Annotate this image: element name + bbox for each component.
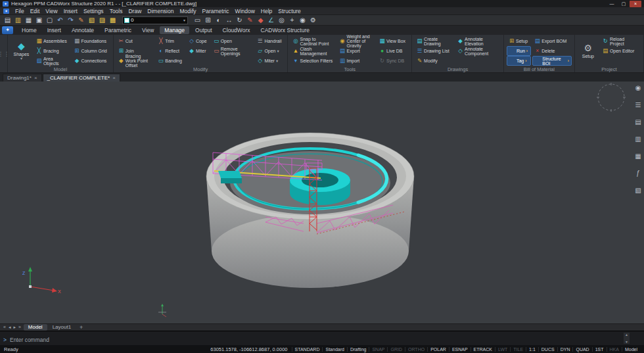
ribbon-grip-icon[interactable]: ⋮⋮ <box>0 35 8 72</box>
qat-icon[interactable]: ▤ <box>3 16 12 25</box>
ribbon-app-button[interactable]: ✦ <box>2 26 13 34</box>
qat-icon[interactable]: ↷ <box>66 16 75 25</box>
menu-item[interactable]: Draw <box>128 8 141 14</box>
scroll-up-icon[interactable]: ▲ <box>625 333 628 337</box>
ribbon-tab[interactable]: CloudWorx <box>218 26 255 34</box>
ribbon-button[interactable]: ◉ Weight and Center of Gravity <box>337 36 376 46</box>
layout-tab[interactable]: Model <box>24 324 47 331</box>
ribbon-button[interactable]: ⊞ Column Grid <box>72 46 110 56</box>
ribbon-button[interactable]: ◐ Reflect <box>156 46 185 56</box>
status-toggle[interactable]: Drafting <box>347 347 369 352</box>
ribbon-button[interactable]: Tag › <box>507 56 531 66</box>
qat-icon[interactable]: ▨ <box>98 16 106 25</box>
ribbon-button[interactable]: ◆ Annotate Elevation <box>455 36 501 46</box>
ribbon-tab[interactable]: Manage <box>160 26 189 34</box>
ribbon-button[interactable]: ◇ Annotate Component <box>455 46 501 56</box>
project-setup-button[interactable]: ⚙ Setup <box>578 36 599 65</box>
status-toggle[interactable]: HKA <box>607 347 622 352</box>
ribbon-button[interactable]: ▥ Import <box>337 56 376 66</box>
ribbon-button[interactable]: Structure BOI › <box>532 56 572 66</box>
status-toggle[interactable]: LWT <box>495 347 510 352</box>
qat-icon[interactable]: ▩ <box>108 16 117 25</box>
qat-icon[interactable]: ◉ <box>298 16 307 25</box>
qat-icon[interactable]: ✎ <box>77 16 85 25</box>
viewport[interactable]: Z X ◉ ☰ ▤ ▥ ▦ ƒ <box>0 82 644 323</box>
shapes-button[interactable]: ◆ Shapes ▾ <box>11 36 32 65</box>
status-toggle[interactable]: Standard <box>322 347 346 352</box>
drawing-tab[interactable]: _CLARIFIER COMPLETE* × <box>43 74 120 82</box>
qat-icon[interactable]: ∠ <box>267 16 275 25</box>
maximize-button[interactable]: ▢ <box>618 1 630 7</box>
menu-item[interactable]: Modify <box>179 8 196 14</box>
menu-item[interactable]: Settings <box>83 8 104 14</box>
qat-icon[interactable]: ▦ <box>24 16 33 25</box>
status-toggle[interactable]: SNAP <box>369 347 387 352</box>
status-toggle[interactable]: STANDARD <box>292 347 323 352</box>
qat-icon[interactable]: ⊞ <box>204 16 212 25</box>
ribbon-button[interactable]: ╳ Bracing <box>34 46 71 56</box>
ribbon-button[interactable]: ✎ Modify <box>415 56 454 66</box>
menu-item[interactable]: Dimension <box>147 8 173 14</box>
tab-nav-arrow[interactable]: » <box>17 325 22 330</box>
status-toggle[interactable]: Model <box>622 347 640 352</box>
ribbon-button[interactable]: ▭ Remove Openings <box>212 46 254 56</box>
ribbon-button[interactable]: × Delete <box>532 46 572 56</box>
ribbon-button[interactable]: ▤ Export BOM <box>532 36 572 46</box>
command-scrollbar[interactable]: ▲ ▼ <box>624 333 630 344</box>
ribbon-button[interactable]: ◎ Snap to Cardinal Point <box>290 36 336 46</box>
ribbon-tab[interactable]: Home <box>17 26 41 34</box>
qat-icon[interactable]: ✎ <box>246 16 254 25</box>
ribbon-button[interactable]: ● Live DB <box>377 46 409 56</box>
ribbon-tab[interactable]: Insert <box>43 26 66 34</box>
qat-icon[interactable]: ▥ <box>14 16 22 25</box>
close-tab-icon[interactable]: × <box>34 75 37 81</box>
ribbon-tab[interactable]: CADWorx Structure <box>256 26 314 34</box>
status-toggle[interactable]: ETRACK <box>471 347 495 352</box>
nav-icon[interactable]: ƒ <box>633 170 643 177</box>
ribbon-tab[interactable]: View <box>137 26 158 34</box>
ribbon-button[interactable]: ▧ Area Objects <box>34 56 71 66</box>
ribbon-button[interactable] <box>187 56 210 66</box>
layer-dropdown[interactable]: 0 ▾ <box>122 16 188 24</box>
ribbon-button[interactable]: ↻ Reload Project <box>601 36 641 46</box>
ribbon-button[interactable]: ⊞ Setup <box>507 36 531 46</box>
nav-icon[interactable]: ▦ <box>633 153 643 160</box>
scroll-down-icon[interactable]: ▼ <box>625 340 628 344</box>
status-toggle[interactable]: POLAR <box>427 347 449 352</box>
ribbon-button[interactable]: ◆ Connections <box>72 56 110 66</box>
qat-icon[interactable]: ↶ <box>56 16 64 25</box>
ribbon-button[interactable]: ▾ Selection Filters <box>290 56 336 66</box>
qat-icon[interactable]: ⚙ <box>309 16 317 25</box>
qat-icon[interactable]: ↔ <box>225 16 233 25</box>
ribbon-button[interactable]: ◆ Bracing Work Point Offset <box>116 56 155 66</box>
layout-tab[interactable]: Layout1 <box>48 324 76 331</box>
status-toggle[interactable]: 1:1 <box>526 347 538 352</box>
status-toggle[interactable]: DUCS <box>538 347 557 352</box>
new-layout-button[interactable]: + <box>77 324 85 331</box>
qat-icon[interactable]: ◐ <box>214 16 223 25</box>
menu-item[interactable]: Insert <box>64 8 78 14</box>
ribbon-button[interactable] <box>212 56 254 66</box>
menu-item[interactable]: Parametric <box>202 8 229 14</box>
tab-nav-arrow[interactable]: ◂ <box>7 325 12 330</box>
ribbon-tab[interactable]: Parametric <box>100 26 136 34</box>
command-window[interactable]: > Enter command ▲ ▼ <box>0 331 644 345</box>
ribbon-button[interactable]: ▦ Foundations <box>72 36 110 46</box>
ribbon-tab[interactable]: Annotate <box>67 26 99 34</box>
status-toggle[interactable]: QUAD <box>572 347 591 352</box>
ribbon-button[interactable]: Run › <box>507 46 531 56</box>
qat-icon[interactable]: ▧ <box>87 16 96 25</box>
nav-icon[interactable]: ▧ <box>633 187 643 194</box>
menu-item[interactable]: Structure <box>278 8 301 14</box>
close-tab-icon[interactable]: × <box>112 75 116 81</box>
status-toggle[interactable]: DYN <box>557 347 573 352</box>
qat-icon[interactable]: ▢ <box>45 16 54 25</box>
minimize-button[interactable]: — <box>606 1 618 7</box>
nav-icon[interactable]: ▥ <box>633 135 643 143</box>
ribbon-button[interactable]: ╳ Trim <box>156 36 185 46</box>
menu-item[interactable]: Window <box>235 8 255 14</box>
ribbon-button[interactable]: ▦ View Box <box>377 36 409 46</box>
ribbon-button[interactable]: ▱ Open ▾ <box>255 46 285 56</box>
qat-icon[interactable]: ▣ <box>35 16 43 25</box>
menu-item[interactable]: File <box>15 8 24 14</box>
